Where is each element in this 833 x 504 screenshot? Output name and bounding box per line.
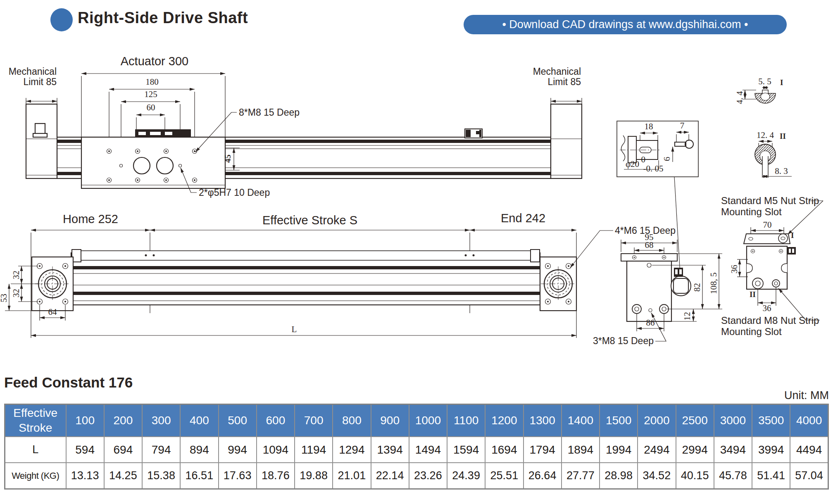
weight-value-cell: 13.13 [66,463,104,489]
drive-end-flange [540,257,576,311]
home-label: Home 252 [63,212,118,226]
stroke-header-cell: 1000 [409,404,447,437]
dim-64: 64 [48,307,57,317]
l-value-cell: 2494 [638,437,676,463]
carriage [81,129,225,188]
dim-32a: 32 [11,271,21,279]
dim-180: 180 [145,77,159,87]
dim-4-4: 4. 4 [735,91,745,104]
dim-12-4: 12. 4 [757,130,774,140]
mech-limit-left-line2: Limit 85 [23,76,57,87]
l-value-cell: 1794 [524,437,562,463]
l-value-cell: 594 [66,437,104,463]
l-value-cell: 4494 [790,437,828,463]
l-value-cell: 1594 [447,437,485,463]
weight-value-cell: 24.39 [447,463,485,489]
stroke-header-cell: 1400 [562,404,600,437]
stroke-header-cell: 1200 [485,404,523,437]
stroke-header-cell: 400 [180,404,218,437]
stroke-header-cell: 2000 [638,404,676,437]
rail-sensor-block [465,129,482,138]
stroke-header-cell: 1500 [600,404,638,437]
section-mark-1: I [780,78,783,87]
dim-36-side: 36 [729,265,739,273]
end-view: 95 68 82 108, 5 [593,232,722,346]
section-ii: 12. 4 II 8. 3 [755,130,792,178]
extrusion-section: Standard M5 Nut Strip Mounting Slot 70 I [721,195,823,337]
dim-82: 82 [692,283,702,292]
l-value-cell: 1194 [295,437,333,463]
dim-7: 7 [680,121,685,131]
m5-slot-label-line1: Standard M5 Nut Strip [721,195,819,206]
dim-18: 18 [645,121,653,131]
dim-8-3: 8. 3 [775,166,788,176]
stroke-label: Effective Stroke S [262,214,357,227]
l-value-cell: 3494 [714,437,752,463]
dim-125: 125 [144,89,157,99]
feed-constant-title: Feed Constant 176 [4,374,133,391]
weight-value-cell: 16.51 [180,463,218,489]
weight-value-cell: 19.88 [295,463,333,489]
stroke-header-cell: 1300 [524,404,562,437]
dim-12: 12 [682,312,692,321]
dim-108-5: 108, 5 [709,273,719,295]
stroke-header-cell: 800 [333,404,371,437]
l-value-cell: 1994 [600,437,638,463]
weight-value-cell: 51.41 [752,463,790,489]
weight-value-cell: 40.15 [676,463,714,489]
l-value-cell: 694 [104,437,142,463]
l-value-cell: 794 [142,437,180,463]
dim-32b: 32 [11,289,21,297]
header-label-line1: Effective [5,406,66,421]
dim-86: 86 [646,318,655,328]
mech-limit-left-line1: Mechanical [9,66,57,77]
stroke-header-cell: 200 [104,404,142,437]
top-view: Actuator 300 180 125 60 Mechanical Limit… [9,55,582,198]
weight-value-cell: 17.63 [219,463,257,489]
weight-value-cell: 22.14 [371,463,409,489]
effective-stroke-header: Effective Stroke [5,404,66,437]
dim-60: 60 [147,102,155,112]
stroke-header-cell: 3500 [752,404,790,437]
stroke-header-cell: 100 [66,404,104,437]
actuator-length-label: Actuator 300 [121,55,188,68]
spec-table-wrap: Effective Stroke 10020030040050060070080… [4,404,829,490]
dim-53: 53 [0,294,9,302]
m8-slot-label-line2: Mounting Slot [721,326,782,337]
weight-value-cell: 18.76 [257,463,295,489]
dim-6: 6 [662,157,672,162]
dim-L: L [292,324,297,334]
stroke-header-cell: 4000 [790,404,828,437]
unit-label: Unit: MM [784,389,829,402]
l-value-cell: 3994 [752,437,790,463]
weight-row-label: Weight (KG) [5,463,66,489]
l-value-cell: 2994 [676,437,714,463]
l-value-cell: 1894 [562,437,600,463]
stroke-header-cell: 300 [142,404,180,437]
datasheet-page: Right-Side Drive Shaft • Download CAD dr… [0,0,833,504]
stroke-header-cell: 700 [295,404,333,437]
dim-68: 68 [645,240,654,250]
l-row-label: L [5,437,66,463]
stroke-spec-table: Effective Stroke 10020030040050060070080… [4,404,829,490]
dim-36-bottom: 36 [763,303,771,313]
weight-value-cell: 28.98 [600,463,638,489]
technical-drawing: Actuator 300 180 125 60 Mechanical Limit… [0,0,833,388]
callout-8m8: 8*M8 15 Deep [239,107,300,118]
l-value-cell: 994 [219,437,257,463]
table-row-weight: Weight (KG) 13.1314.2515.3816.5117.6318.… [5,463,828,489]
stroke-header-cell: 3000 [714,404,752,437]
section-mark-2: II [780,132,786,140]
callout-dowel: 2*φ5H7 10 Deep [199,187,270,198]
bottom-view: Home 252 Effective Stroke S End 242 [0,212,676,338]
mech-limit-right-line1: Mechanical [533,66,581,77]
section-i: 5. 5 I 4. 4 [735,76,783,104]
stroke-header-cell: 1100 [447,404,485,437]
m5-slot-label-line2: Mounting Slot [721,206,782,217]
l-value-cell: 1694 [485,437,523,463]
m8-slot-label-line1: Standard M8 Nut Strip [721,315,819,326]
stroke-header-cell: 600 [257,404,295,437]
end-label: End 242 [501,212,545,225]
table-row-l: L 59469479489499410941194129413941494159… [5,437,828,463]
l-value-cell: 1494 [409,437,447,463]
